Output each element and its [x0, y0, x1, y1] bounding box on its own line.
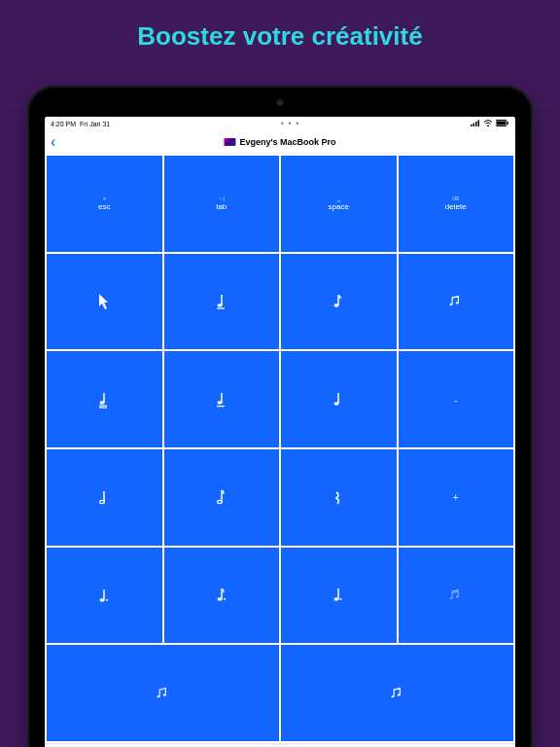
svg-point-7 — [217, 303, 222, 307]
key-note-6[interactable] — [281, 351, 397, 447]
nav-title: Evgeny's MacBook Pro — [224, 137, 335, 147]
svg-point-21 — [100, 598, 105, 602]
status-bar: 4:20 PM Fri Jan 31 • • • — [45, 117, 515, 130]
tablet-frame: 4:20 PM Fri Jan 31 • • • ‹ Evgeny's M — [27, 86, 533, 747]
music-rest-icon — [332, 488, 345, 506]
marketing-headline: Boostez votre créativité — [0, 0, 560, 52]
key-note-11[interactable] — [281, 548, 397, 644]
svg-rect-0 — [471, 124, 472, 126]
key-note-2[interactable] — [281, 254, 397, 350]
svg-point-31 — [157, 695, 159, 697]
battery-icon — [496, 120, 509, 127]
key-pointer[interactable] — [47, 254, 162, 350]
music-beam-icon — [391, 685, 404, 702]
key-note-4[interactable] — [47, 351, 162, 447]
dash-icon: - — [454, 394, 458, 406]
music-note-icon — [215, 391, 228, 409]
music-note-icon — [332, 293, 345, 310]
svg-point-18 — [334, 402, 339, 406]
key-note-1[interactable] — [164, 254, 280, 350]
key-space[interactable]: ␣ space — [281, 156, 397, 252]
svg-point-24 — [224, 598, 226, 600]
svg-point-32 — [162, 694, 165, 695]
svg-rect-1 — [472, 124, 474, 127]
key-esc[interactable]: ⎋ esc — [47, 156, 162, 252]
key-rest-1[interactable] — [281, 449, 397, 546]
device-icon — [224, 138, 235, 146]
signal-icon — [471, 120, 480, 127]
svg-rect-3 — [477, 121, 479, 127]
svg-rect-8 — [217, 308, 225, 309]
back-button[interactable]: ‹ — [51, 133, 55, 151]
svg-rect-5 — [497, 122, 506, 125]
plus-icon: + — [453, 491, 459, 503]
music-beam-icon — [157, 685, 170, 702]
key-note-12[interactable] — [399, 548, 514, 644]
key-note-9[interactable] — [47, 548, 162, 644]
pointer-icon — [97, 293, 111, 310]
svg-point-27 — [449, 597, 452, 599]
key-note-3[interactable] — [399, 254, 514, 350]
svg-point-34 — [397, 694, 400, 695]
music-note-icon — [332, 391, 345, 409]
key-beam-1[interactable] — [47, 645, 279, 741]
svg-rect-6 — [507, 122, 508, 124]
svg-point-25 — [334, 597, 339, 601]
key-delete[interactable]: ⌫ delete — [399, 156, 514, 252]
music-note-icon — [215, 488, 228, 506]
svg-rect-35 — [394, 688, 400, 690]
nav-title-label: Evgeny's MacBook Pro — [239, 137, 335, 147]
music-beam-icon — [449, 587, 463, 604]
nav-bar: ‹ Evgeny's MacBook Pro — [45, 130, 515, 154]
svg-rect-29 — [452, 589, 458, 591]
music-note-icon — [97, 488, 111, 506]
bottom-toolbar — [45, 743, 515, 747]
key-note-7[interactable] — [47, 449, 162, 546]
status-date: Fri Jan 31 — [80, 121, 110, 127]
svg-point-11 — [455, 302, 458, 303]
key-tab[interactable]: →| tab — [164, 156, 280, 252]
key-beam-2[interactable] — [281, 645, 513, 741]
multitask-dots: • • • — [281, 119, 299, 128]
svg-point-22 — [106, 599, 108, 601]
screen: 4:20 PM Fri Jan 31 • • • ‹ Evgeny's M — [45, 117, 515, 747]
svg-rect-15 — [99, 407, 107, 408]
svg-point-10 — [449, 303, 452, 305]
svg-point-13 — [100, 401, 105, 405]
music-note-icon — [97, 391, 111, 409]
status-time: 4:20 PM — [51, 121, 76, 127]
music-note-icon — [97, 587, 111, 604]
svg-point-26 — [340, 598, 342, 600]
music-note-icon — [215, 293, 228, 310]
key-grid: ⎋ esc →| tab ␣ space ⌫ delete — [45, 154, 515, 743]
key-plus[interactable]: + — [399, 449, 514, 546]
svg-point-9 — [334, 303, 339, 307]
svg-rect-17 — [217, 406, 225, 407]
svg-point-23 — [217, 597, 222, 601]
music-note-icon — [215, 587, 228, 604]
svg-point-28 — [456, 596, 459, 598]
svg-rect-2 — [475, 122, 477, 126]
key-dash[interactable]: - — [399, 351, 514, 447]
key-note-10[interactable] — [164, 548, 280, 644]
key-note-5[interactable] — [164, 351, 280, 447]
svg-rect-14 — [99, 405, 107, 406]
key-note-8[interactable] — [164, 449, 280, 546]
music-beam-icon — [449, 293, 463, 310]
svg-point-16 — [217, 401, 222, 405]
music-note-icon — [332, 587, 345, 604]
svg-point-33 — [391, 695, 394, 697]
wifi-icon — [483, 120, 493, 127]
